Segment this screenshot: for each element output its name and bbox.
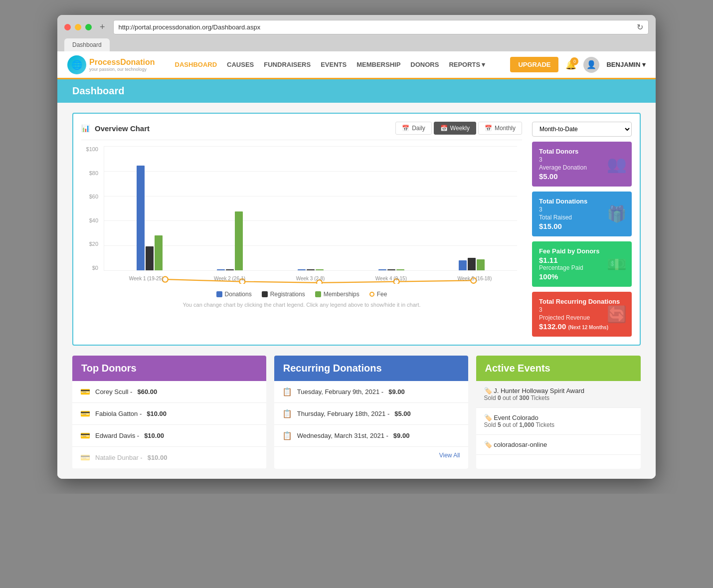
stat-icon-donations: 🎁 [607, 204, 627, 223]
stats-sidebar: Month-to-Date Last 30 Days Last 90 Days … [532, 122, 632, 337]
legend-dot-fee [369, 292, 374, 297]
recurring-date-0: Tuesday, February 9th, 2021 - [297, 388, 383, 395]
donor-icon-3: 💳 [80, 453, 90, 462]
nav-causes[interactable]: CAUSES [227, 52, 254, 77]
donor-row-0: 💳 Corey Scull - $60.00 [72, 381, 266, 403]
bar-donations-w5 [459, 260, 467, 270]
recurring-donations-body: 📋 Tuesday, February 9th, 2021 - $9.00 📋 … [274, 381, 468, 464]
bar-group-week1 [137, 166, 163, 270]
stat-icon-recurring: 🔄 [607, 305, 627, 324]
donor-row-1: 💳 Fabiola Gatton - $10.00 [72, 403, 266, 425]
nav-reports[interactable]: REPORTS ▾ [449, 52, 485, 77]
y-label-100: $100 [81, 146, 101, 152]
donor-amount-0: $60.00 [137, 388, 157, 395]
active-events-header: Active Events [476, 356, 641, 381]
nav-events[interactable]: EVENTS [321, 52, 347, 77]
x-label-w3: Week 3 (2-8) [296, 276, 325, 281]
x-label-w5: Week 5 (16-18) [458, 276, 492, 281]
logo-accent: Donation [120, 58, 155, 66]
event-subtitle-1: Sold 5 out of 1,000 Tickets [484, 421, 633, 428]
logo: 🌐 ProcessDonation your passion, our tech… [67, 55, 155, 74]
logo-text: ProcessDonation [89, 58, 155, 66]
main-content: 📊 Overview Chart 📅 Daily 📅 Weekly [57, 103, 656, 479]
address-bar: http://portal.processdonation.org/Dashbo… [113, 20, 649, 34]
nav-donors[interactable]: DONORS [410, 52, 439, 77]
calendar-icon-weekly: 📅 [440, 125, 448, 132]
app-content: 🌐 ProcessDonation your passion, our tech… [57, 51, 656, 479]
stat-icon-donors: 👥 [607, 155, 627, 174]
stat-pct-paid: 100% [539, 272, 625, 281]
recurring-date-1: Thursday, February 18th, 2021 - [297, 410, 389, 417]
nav-fundraisers[interactable]: FUNDRAISERS [264, 52, 311, 77]
stat-icon-fee: 💵 [607, 255, 627, 274]
event-total-0: 300 [519, 394, 529, 401]
y-label-80: $80 [81, 170, 101, 176]
tab-daily[interactable]: 📅 Daily [395, 122, 432, 135]
chart-header: 📊 Overview Chart 📅 Daily 📅 Weekly [81, 122, 522, 140]
event-icon-2: 🏷️ [484, 441, 494, 448]
event-sold-0: 0 [498, 394, 501, 401]
panel-top-donors: Top Donors 💳 Corey Scull - $60.00 💳 Fabi… [72, 356, 266, 469]
legend-fee[interactable]: Fee [369, 291, 387, 298]
recurring-row-0: 📋 Tuesday, February 9th, 2021 - $9.00 [274, 381, 468, 403]
event-row-1: 🏷️ Event Colorado Sold 5 out of 1,000 Ti… [476, 408, 641, 435]
bar-memberships-w3 [316, 269, 324, 270]
notification-badge: 0 [570, 57, 578, 65]
event-row-2: 🏷️ coloradosar-online [476, 435, 641, 455]
legend-memberships[interactable]: Memberships [315, 291, 359, 298]
tab-weekly[interactable]: 📅 Weekly [434, 122, 476, 135]
browser-chrome: + http://portal.processdonation.org/Dash… [57, 15, 656, 51]
bar-donations-w1 [137, 166, 145, 270]
panel-recurring-donations: Recurring Donations 📋 Tuesday, February … [274, 356, 468, 469]
event-icon-0: 🏷️ [484, 387, 494, 394]
y-label-40: $40 [81, 217, 101, 223]
recurring-donations-header: Recurring Donations [274, 356, 468, 381]
close-btn[interactable] [64, 24, 71, 30]
refresh-btn[interactable]: ↻ [637, 22, 643, 32]
chart-y-axis: $100 $80 $60 $40 $20 $0 [81, 146, 101, 271]
nav-dashboard[interactable]: DASHBOARD [175, 52, 217, 77]
date-range-select[interactable]: Month-to-Date Last 30 Days Last 90 Days … [532, 122, 632, 137]
legend-registrations[interactable]: Registrations [262, 291, 305, 298]
browser-window: + http://portal.processdonation.org/Dash… [57, 15, 656, 479]
recurring-date-2: Wednesday, March 31st, 2021 - [297, 432, 388, 439]
bar-group-week5 [459, 258, 485, 270]
top-donors-body: 💳 Corey Scull - $60.00 💳 Fabiola Gatton … [72, 381, 266, 469]
recurring-amount-1: $5.00 [394, 410, 411, 417]
stat-card-fee: Fee Paid by Donors $1.11 Percentage Paid… [532, 241, 632, 287]
event-row-0: 🏷️ J. Hunter Holloway Spirit Award Sold … [476, 381, 641, 408]
bar-memberships-w4 [396, 269, 404, 270]
upgrade-button[interactable]: UPGRADE [510, 57, 558, 72]
recurring-icon-1: 📋 [282, 409, 292, 418]
recurring-icon-2: 📋 [282, 431, 292, 440]
nav-membership[interactable]: MEMBERSHIP [356, 52, 400, 77]
legend-donations[interactable]: Donations [216, 291, 252, 298]
top-donors-header: Top Donors [72, 356, 266, 381]
bar-registrations-w5 [468, 258, 476, 270]
bar-group-week3 [298, 269, 324, 270]
maximize-btn[interactable] [85, 24, 92, 30]
nav-actions: UPGRADE 🔔 0 👤 BENJAMIN ▾ [510, 57, 646, 73]
donor-name-3: Natalie Dunbar - [95, 454, 143, 461]
minimize-btn[interactable] [75, 24, 81, 30]
new-tab-btn[interactable]: + [96, 22, 109, 32]
user-name[interactable]: BENJAMIN ▾ [606, 61, 646, 68]
donor-icon-2: 💳 [80, 431, 90, 440]
browser-tab[interactable]: Dashboard [64, 38, 110, 51]
bar-donations-w2 [217, 269, 225, 270]
stat-label-donations: Total Donations [539, 197, 625, 205]
logo-text-container: ProcessDonation your passion, our techno… [89, 58, 155, 72]
view-all-link[interactable]: View All [274, 447, 468, 464]
bar-memberships-w1 [155, 235, 163, 270]
active-events-body: 🏷️ J. Hunter Holloway Spirit Award Sold … [476, 381, 641, 455]
browser-tabs: Dashboard [64, 38, 649, 51]
notification-button[interactable]: 🔔 0 [565, 59, 576, 70]
y-label-0: $0 [81, 265, 101, 271]
recurring-amount-2: $9.00 [393, 432, 410, 439]
tab-monthly[interactable]: 📅 Monthly [478, 122, 522, 135]
event-title-1: Event Colorado [494, 414, 538, 421]
chart-section: 📊 Overview Chart 📅 Daily 📅 Weekly [72, 113, 641, 346]
bar-memberships-w2 [235, 211, 243, 270]
donor-amount-2: $10.00 [144, 432, 164, 439]
chart-x-labels: Week 1 (19-25) Week 2 (26-1) Week 3 (2-8… [104, 271, 517, 286]
